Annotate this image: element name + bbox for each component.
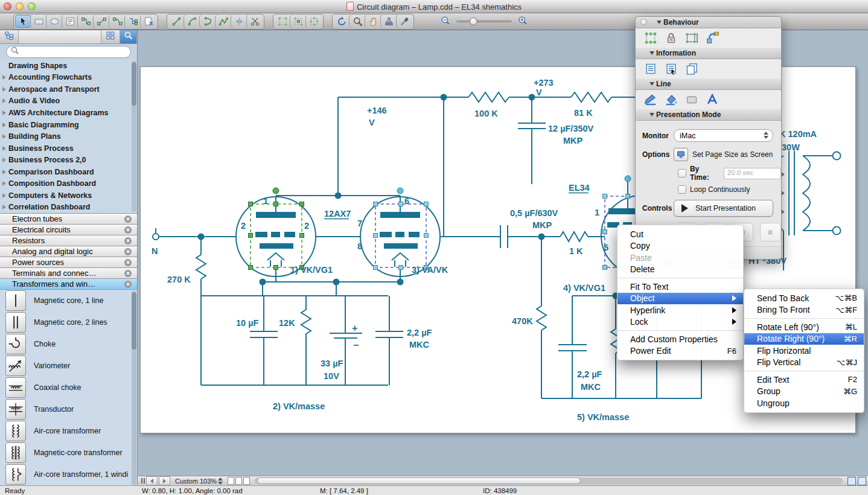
library-tab-resistors[interactable]: Resistors✕ <box>0 235 137 246</box>
stop-icon[interactable] <box>760 223 782 241</box>
zoom-tool[interactable] <box>349 15 365 28</box>
text-tool[interactable] <box>62 15 78 28</box>
zoom-level-value[interactable]: Custom 103% <box>175 477 217 485</box>
start-presentation-button[interactable]: Start Presentation <box>674 200 773 217</box>
menu-item-rotate-right-90[interactable]: Rotate Right (90°)⌘R <box>744 333 864 345</box>
by-time-field[interactable]: 20.0 sec <box>724 168 781 179</box>
sidebar-item-accounting-flowcharts[interactable]: Accounting Flowcharts <box>0 72 137 84</box>
close-library-icon[interactable]: ✕ <box>124 226 132 234</box>
eyedropper-tool[interactable] <box>397 15 412 28</box>
connector-elbow-tool[interactable] <box>78 15 94 28</box>
library-tab-terminals-and-connec[interactable]: Terminals and connec…✕ <box>0 268 137 279</box>
rectangle-tool[interactable] <box>31 15 46 28</box>
menu-item-power-edit[interactable]: Power EditF6 <box>617 345 743 357</box>
layers-icon[interactable] <box>685 62 699 76</box>
close-library-icon[interactable]: ✕ <box>124 237 132 244</box>
set-page-size-button[interactable] <box>674 148 688 161</box>
selection-frame-icon[interactable] <box>643 31 658 45</box>
sidebar-item-building-plans[interactable]: Building Plans <box>0 130 137 142</box>
line-header[interactable]: Line <box>636 78 781 90</box>
monitor-select[interactable]: iMac <box>674 129 773 142</box>
information-header[interactable]: Information <box>636 48 781 59</box>
reshape-handles-tool[interactable] <box>275 15 290 28</box>
zoom-out-icon[interactable] <box>441 16 450 28</box>
shapes-scroll-thumb[interactable] <box>132 292 136 350</box>
page-split-icon[interactable] <box>141 478 145 484</box>
shape-item-air-core-transformer-1-windi[interactable]: Air-core transformer, 1 windi <box>0 464 137 485</box>
sidebar-item-composition-dashboard[interactable]: Composition Dashboard <box>0 177 137 190</box>
prev-page-button[interactable] <box>146 476 158 485</box>
bucket-icon[interactable] <box>664 92 678 107</box>
lock-icon[interactable] <box>664 31 678 45</box>
search-input[interactable] <box>6 46 131 58</box>
menu-item-group[interactable]: Group⌘G <box>744 386 864 398</box>
menu-item-flip-vertical[interactable]: Flip Vertical⌥⌘J <box>744 357 864 369</box>
categories-scrollbar[interactable] <box>132 61 136 212</box>
library-tab-power-sources[interactable]: Power sources✕ <box>0 257 137 268</box>
panel-close-icon[interactable] <box>640 19 647 25</box>
shape-item-choke[interactable]: Choke <box>0 333 137 355</box>
tab-search[interactable] <box>120 30 137 43</box>
rotate-tool[interactable] <box>334 15 349 28</box>
sidebar-item-comparison-dashboard[interactable]: Comparison Dashboard <box>0 166 137 178</box>
select-tool[interactable] <box>15 15 31 28</box>
next-page-button[interactable] <box>159 476 170 485</box>
sidebar-item-computers-networks[interactable]: Computers & Networks <box>0 190 137 202</box>
close-library-icon[interactable]: ✕ <box>124 216 132 223</box>
menu-item-add-custom-properties[interactable]: Add Custom Properties <box>617 333 743 345</box>
sidebar-item-business-process-2-0[interactable]: Business Process 2,0 <box>0 154 137 166</box>
by-time-checkbox[interactable] <box>678 169 686 177</box>
menu-item-send-to-back[interactable]: Send To Back⌥⌘B <box>744 292 864 304</box>
sidebar-item-aws-architecture-diagrams[interactable]: AWS Architecture Diagrams <box>0 107 137 119</box>
library-tab-transformers-and-win[interactable]: Transformers and win…✕ <box>0 279 137 290</box>
grid-large-icon[interactable] <box>858 477 866 485</box>
behaviour-header[interactable]: Behaviour <box>636 17 781 28</box>
sidebar-item-aerospace-and-transport[interactable]: Aerospace and Transport <box>0 83 137 95</box>
split-tool[interactable] <box>231 15 247 28</box>
page-thumbnail-1[interactable] <box>228 477 234 485</box>
trim-tool[interactable] <box>247 15 263 28</box>
close-library-icon[interactable]: ✕ <box>124 281 132 288</box>
stamp-tool[interactable] <box>381 15 397 28</box>
page-thumbnail-3[interactable] <box>243 477 250 485</box>
reshape-group-tool[interactable] <box>290 15 306 28</box>
shape-item-air-core-transformer[interactable]: Air-core transformer <box>0 420 137 442</box>
polyline-tool[interactable] <box>215 15 231 28</box>
horizontal-scrollbar[interactable] <box>255 477 843 484</box>
arc-tool[interactable] <box>184 15 200 28</box>
sidebar-item-correlation-dashboard[interactable]: Correlation Dashboard <box>0 202 137 213</box>
horizontal-scroll-thumb[interactable] <box>257 477 581 484</box>
shape-item-magnetic-core-2-lines[interactable]: Magnetic core, 2 lines <box>0 311 137 333</box>
sidebar-item-audio-video[interactable]: Audio & Video <box>0 95 137 107</box>
menu-item-copy[interactable]: Copy <box>617 240 743 252</box>
zoom-in-icon[interactable] <box>518 16 528 28</box>
reshape-edit-tool[interactable] <box>306 15 322 28</box>
menu-item-hyperlink[interactable]: Hyperlink <box>617 304 743 316</box>
tab-tree-view[interactable] <box>0 30 19 43</box>
zoom-slider-knob[interactable] <box>470 18 477 25</box>
sidebar-item-business-process[interactable]: Business Process <box>0 142 137 155</box>
menu-item-bring-to-front[interactable]: Bring To Front⌥⌘F <box>744 304 864 316</box>
shape-item-magnetic-core-1-line[interactable]: Magnetic core, 1 line <box>0 290 137 311</box>
connector-smart-tool[interactable] <box>109 15 125 28</box>
menu-item-ungroup[interactable]: Ungroup <box>744 397 864 409</box>
close-library-icon[interactable]: ✕ <box>124 248 132 255</box>
categories-scroll-thumb[interactable] <box>132 62 136 106</box>
connector-tree-tool[interactable] <box>125 15 141 28</box>
sidebar-item-drawing-shapes[interactable]: Drawing Shapes <box>0 60 137 72</box>
action-arrow-icon[interactable] <box>705 31 720 45</box>
shape-item-transductor[interactable]: Transductor <box>0 398 137 420</box>
menu-item-cut[interactable]: Cut <box>617 228 743 240</box>
zoom-stepper[interactable] <box>218 477 223 485</box>
shapes-scrollbar[interactable] <box>132 291 136 485</box>
resize-icon[interactable] <box>685 31 699 45</box>
fill-style-icon[interactable] <box>685 92 699 107</box>
close-library-icon[interactable]: ✕ <box>124 259 132 266</box>
library-tab-electron-tubes[interactable]: Electron tubes✕ <box>0 214 137 225</box>
menu-item-fit-to-text[interactable]: Fit To Text <box>617 281 743 293</box>
note-cursor-icon[interactable] <box>664 62 678 76</box>
menu-item-edit-text[interactable]: Edit TextF2 <box>744 374 864 386</box>
ellipse-tool[interactable] <box>46 15 62 28</box>
page-thumbnail-2[interactable] <box>235 477 242 485</box>
disconnect-tool[interactable] <box>141 15 156 28</box>
